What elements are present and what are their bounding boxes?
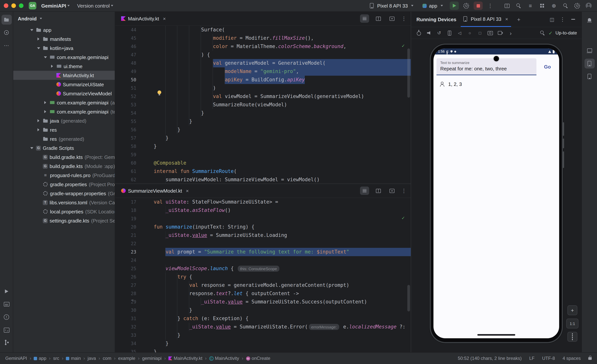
code-line[interactable]: 31 } catch (e: Exception) {	[115, 314, 411, 323]
find-icon[interactable]	[516, 3, 522, 9]
intention-bulb-icon[interactable]	[157, 90, 162, 96]
code-line[interactable]: 55 }	[115, 117, 411, 126]
tree-item[interactable]: res(generated)	[13, 134, 115, 143]
hide-panel-icon[interactable]	[570, 16, 576, 22]
code-line[interactable]: 27 val response = generativeModel.genera…	[115, 281, 411, 289]
line-number[interactable]: 22	[115, 240, 139, 248]
breadcrumb-item[interactable]: src	[53, 356, 59, 361]
running-devices-button[interactable]	[584, 59, 595, 69]
code-line[interactable]: 50 apiKey = BuildConfig.apiKey	[115, 76, 411, 84]
rotate-icon[interactable]	[436, 30, 442, 36]
project-tool-button[interactable]	[1, 15, 12, 25]
breadcrumb-item[interactable]: main	[66, 356, 81, 361]
line-number[interactable]: 17	[115, 198, 139, 206]
tree-item[interactable]: MainActivity.kt	[13, 71, 115, 80]
line-number[interactable]: 23	[115, 248, 139, 256]
tree-item[interactable]: manifests	[13, 34, 115, 44]
code-line[interactable]: 35}	[115, 348, 411, 352]
line-number[interactable]: 50	[115, 76, 139, 84]
line-number[interactable]: 29	[115, 298, 139, 306]
code-line[interactable]: 24	[115, 256, 411, 264]
user-avatar[interactable]	[586, 3, 592, 9]
code-area-mainactivity[interactable]: 44 Surface(45 modifier = Modifier.fillMa…	[115, 26, 411, 184]
run-config-selector[interactable]: app	[420, 2, 445, 10]
code-line[interactable]: 54 }	[115, 109, 411, 117]
zoom-icon[interactable]	[540, 30, 546, 36]
close-tab-icon[interactable]	[161, 15, 167, 22]
design-view-button[interactable]	[387, 186, 396, 195]
code-line[interactable]: 25 viewModelScope.launch { this: Corouti…	[115, 264, 411, 273]
breadcrumb-item[interactable]: MainActivity.kt	[168, 356, 203, 361]
line-number[interactable]: 52	[115, 92, 139, 101]
line-number[interactable]: 33	[115, 331, 139, 339]
split-view-button[interactable]	[374, 186, 383, 195]
code-line[interactable]: 53 SummarizeRoute(viewModel)	[115, 101, 411, 109]
inspections-ok-icon[interactable]	[402, 42, 405, 50]
more-tool-windows-button[interactable]	[1, 40, 12, 50]
code-line[interactable]: 34 }	[115, 339, 411, 348]
zoom-reset-button[interactable]: 1:1	[566, 319, 578, 328]
notifications-button[interactable]	[584, 15, 595, 25]
line-number[interactable]: 56	[115, 126, 139, 134]
indent-setting[interactable]: 4 spaces	[563, 356, 581, 361]
line-number[interactable]: 20	[115, 223, 139, 231]
tree-item[interactable]: gradle.properties(Project Prope	[13, 180, 115, 189]
code-line[interactable]: 57 }	[115, 134, 411, 142]
code-line[interactable]: 56 }	[115, 126, 411, 134]
device-manager-button[interactable]	[584, 46, 595, 56]
chevron-down-icon[interactable]	[29, 147, 34, 149]
tree-item[interactable]: Gbuild.gradle.kts(Module :app)	[13, 162, 115, 171]
chevron-down-icon[interactable]	[43, 56, 48, 58]
tree-item[interactable]: com.example.geminiapi	[13, 53, 115, 62]
tree-item[interactable]: Gsettings.gradle.kts(Project Sett	[13, 216, 115, 225]
code-line[interactable]: 28 response.text?.let { outputContent ->	[115, 289, 411, 298]
line-number[interactable]: 47	[115, 51, 139, 59]
tree-item[interactable]: SummarizeUiState	[13, 80, 115, 89]
code-line[interactable]: 48 val generativeModel = GenerativeModel…	[115, 59, 411, 67]
tree-item[interactable]: proguard-rules.pro(ProGuard R	[13, 171, 115, 180]
breadcrumb-item[interactable]: com	[103, 356, 111, 361]
tree-item[interactable]: GGradle Scripts	[13, 143, 115, 153]
line-number[interactable]: 19	[115, 215, 139, 223]
breadcrumb-item[interactable]: MainActivity	[209, 356, 239, 361]
project-menu[interactable]: GeminiAPI	[39, 2, 72, 10]
line-number[interactable]: 21	[115, 231, 139, 240]
more-actions-icon[interactable]	[487, 3, 493, 9]
code-line[interactable]: 58}	[115, 142, 411, 151]
line-number[interactable]: 45	[115, 34, 139, 42]
code-line[interactable]: 29 _uiState.value = SummarizeUiState.Suc…	[115, 298, 411, 306]
overview-icon[interactable]	[477, 30, 483, 36]
code-line[interactable]: 46 color = MaterialTheme.colorScheme.bac…	[115, 42, 411, 51]
settings-icon[interactable]	[574, 3, 580, 8]
line-number[interactable]: 34	[115, 339, 139, 348]
code-line[interactable]: 30 }	[115, 306, 411, 314]
go-button[interactable]: Go	[539, 64, 556, 70]
tab-summarizeviewmodel[interactable]: SummarizeViewModel.kt	[119, 184, 193, 198]
tab-mainactivity[interactable]: MainActivity.kt	[119, 12, 170, 25]
device-streaming-icon[interactable]	[551, 3, 557, 9]
line-number[interactable]: 60	[115, 159, 139, 167]
line-number[interactable]: 32	[115, 323, 139, 331]
breadcrumb-item[interactable]: onCreate	[246, 356, 270, 361]
tree-item[interactable]: gradle-wrapper.properties(Gra	[13, 189, 115, 198]
code-line[interactable]: 44 Surface(	[115, 26, 411, 34]
line-number[interactable]: 31	[115, 314, 139, 323]
breadcrumb-item[interactable]: example	[118, 356, 135, 361]
code-line[interactable]: 18 _uiState.asStateFlow()	[115, 206, 411, 215]
line-number[interactable]: 25	[115, 264, 139, 273]
device-settings-icon[interactable]	[463, 3, 469, 8]
terminal-tool-button[interactable]	[1, 325, 12, 335]
run-tool-button[interactable]	[1, 287, 12, 296]
tree-item[interactable]: app	[13, 25, 115, 34]
code-line[interactable]: 26 try {	[115, 273, 411, 281]
tree-item[interactable]: ui.theme	[13, 62, 115, 71]
version-control-tool-button[interactable]	[1, 338, 12, 348]
power-icon[interactable]	[416, 30, 422, 36]
gutter-suspend-icon[interactable]	[131, 296, 134, 304]
code-line[interactable]: 49 modelName = "gemini-pro",	[115, 67, 411, 76]
inspections-ok-icon[interactable]	[402, 214, 405, 222]
chevron-right-icon[interactable]	[43, 110, 48, 113]
code-line[interactable]: 20fun summarize(inputText: String) {	[115, 223, 411, 231]
run-button[interactable]	[450, 1, 459, 10]
zoom-in-button[interactable]: +	[567, 305, 577, 315]
